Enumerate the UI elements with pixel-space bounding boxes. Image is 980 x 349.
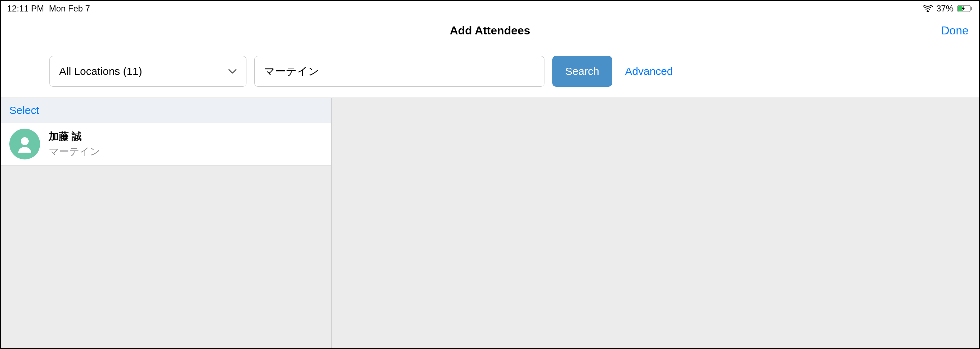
avatar bbox=[9, 129, 40, 159]
advanced-link[interactable]: Advanced bbox=[625, 65, 673, 77]
search-bar: All Locations (11) Search Advanced bbox=[1, 45, 979, 98]
content-area: Select 加藤 誠 マーテイン bbox=[1, 98, 979, 348]
battery-icon bbox=[957, 5, 973, 13]
result-sub: マーテイン bbox=[49, 145, 100, 158]
result-name: 加藤 誠 bbox=[49, 130, 100, 143]
status-bar: 12:11 PM Mon Feb 7 37% bbox=[1, 1, 979, 16]
svg-rect-2 bbox=[958, 6, 963, 11]
select-header[interactable]: Select bbox=[1, 98, 331, 123]
svg-rect-3 bbox=[971, 7, 972, 10]
page-title: Add Attendees bbox=[450, 24, 530, 37]
detail-panel bbox=[332, 98, 979, 348]
results-panel: Select 加藤 誠 マーテイン bbox=[1, 98, 332, 348]
status-date: Mon Feb 7 bbox=[49, 3, 90, 14]
location-select[interactable]: All Locations (11) bbox=[49, 56, 247, 87]
chevron-down-icon bbox=[228, 69, 237, 74]
done-button[interactable]: Done bbox=[941, 24, 969, 37]
location-select-label: All Locations (11) bbox=[59, 65, 142, 77]
search-button[interactable]: Search bbox=[552, 56, 612, 87]
status-right: 37% bbox=[923, 3, 973, 14]
result-text: 加藤 誠 マーテイン bbox=[49, 130, 100, 158]
list-item[interactable]: 加藤 誠 マーテイン bbox=[1, 123, 331, 166]
svg-point-4 bbox=[21, 137, 29, 145]
wifi-icon bbox=[923, 5, 933, 12]
search-input[interactable] bbox=[254, 56, 544, 87]
nav-bar: Add Attendees Done bbox=[1, 16, 979, 45]
svg-point-0 bbox=[927, 10, 928, 12]
status-left: 12:11 PM Mon Feb 7 bbox=[7, 3, 90, 14]
status-time: 12:11 PM bbox=[7, 3, 44, 14]
battery-percent: 37% bbox=[936, 3, 953, 14]
